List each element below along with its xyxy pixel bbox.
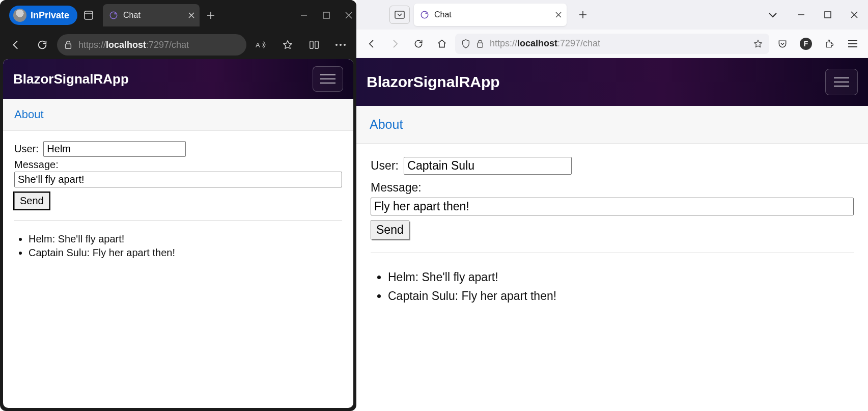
message-input[interactable] [14, 172, 342, 187]
refresh-icon [413, 39, 424, 49]
svg-point-21 [426, 13, 427, 14]
address-bar[interactable]: https://localhost:7297/chat [455, 34, 769, 54]
svg-point-16 [335, 44, 338, 46]
bookmark-button[interactable] [753, 39, 763, 49]
home-button[interactable] [432, 34, 452, 54]
refresh-button[interactable] [31, 33, 54, 57]
refresh-icon [37, 39, 48, 50]
tab-close-button[interactable] [188, 12, 194, 18]
svg-rect-12 [66, 44, 71, 48]
refresh-button[interactable] [408, 34, 429, 54]
settings-menu-button[interactable] [329, 33, 352, 57]
pocket-icon [777, 39, 788, 49]
user-input[interactable] [404, 157, 572, 175]
app-viewport-right: BlazorSignalRApp About User: Message: Se… [356, 58, 868, 411]
profile-button[interactable]: F [796, 34, 816, 54]
star-icon [753, 39, 763, 49]
blazor-icon [420, 10, 429, 19]
hamburger-icon [834, 77, 849, 78]
lock-icon [64, 40, 72, 49]
message-row: Message: [14, 159, 342, 187]
minimize-button[interactable] [798, 11, 805, 18]
message-label: Message: [14, 159, 340, 171]
new-tab-button[interactable] [572, 4, 594, 26]
close-window-button[interactable] [851, 11, 858, 18]
message-item: Captain Sulu: Fly her apart then! [29, 247, 342, 259]
maximize-button[interactable] [323, 12, 330, 19]
inprivate-label: InPrivate [31, 10, 69, 21]
close-icon [188, 12, 194, 18]
ff-toolbar-icons: F [772, 34, 863, 54]
send-button[interactable]: Send [371, 221, 409, 239]
svg-text:A: A [256, 41, 260, 49]
firefox-window: Chat [356, 0, 868, 411]
window-controls [798, 11, 858, 18]
app-menu-button[interactable] [843, 34, 863, 54]
tab-title: Chat [434, 10, 452, 19]
recent-browsing-button[interactable] [389, 6, 410, 24]
home-icon [437, 39, 447, 49]
forward-button[interactable] [385, 34, 405, 54]
app-title: BlazorSignalRApp [367, 73, 500, 91]
window-controls [300, 12, 352, 19]
minimize-button[interactable] [300, 12, 307, 19]
tab-actions-button[interactable] [77, 4, 100, 26]
tab-close-button[interactable] [555, 12, 562, 18]
tab-actions-icon [83, 10, 94, 20]
user-row: User: [14, 141, 342, 157]
edge-nav-toolbar: https://localhost:7297/chat A [0, 31, 356, 59]
plus-icon [579, 11, 587, 19]
read-aloud-icon: A [256, 39, 267, 50]
user-row: User: [371, 157, 854, 175]
nav-toggle-button[interactable] [825, 69, 858, 95]
maximize-button[interactable] [824, 11, 831, 18]
send-button[interactable]: Send [14, 193, 49, 209]
user-input[interactable] [43, 141, 186, 157]
close-icon [345, 12, 352, 19]
svg-rect-27 [825, 12, 831, 18]
about-link[interactable]: About [14, 108, 44, 121]
back-arrow-icon [367, 39, 377, 49]
address-bar[interactable]: https://localhost:7297/chat [57, 34, 246, 56]
svg-point-18 [344, 44, 346, 46]
message-label: Message: [371, 181, 852, 195]
close-icon [555, 12, 562, 18]
svg-point-3 [115, 13, 116, 15]
app-title: BlazorSignalRApp [13, 71, 129, 87]
message-item: Captain Sulu: Fly her apart then! [388, 289, 854, 303]
star-icon [282, 39, 293, 50]
app-navbar: BlazorSignalRApp [3, 59, 353, 99]
close-icon [851, 11, 858, 18]
browser-tab[interactable]: Chat [414, 4, 567, 26]
edge-window: InPrivate Chat [0, 0, 356, 411]
split-screen-button[interactable] [302, 33, 326, 57]
minimize-icon [798, 11, 805, 18]
about-link[interactable]: About [370, 117, 403, 131]
pocket-button[interactable] [772, 34, 793, 54]
ff-nav-toolbar: https://localhost:7297/chat F [356, 30, 868, 58]
message-list: Helm: She'll fly apart! Captain Sulu: Fl… [14, 231, 342, 261]
extension-icon [824, 39, 834, 49]
read-aloud-button[interactable]: A [249, 33, 273, 57]
inprivate-badge[interactable]: InPrivate [9, 6, 77, 25]
minimize-icon [300, 12, 307, 19]
user-label: User: [371, 159, 399, 172]
message-item: Helm: She'll fly apart! [29, 233, 342, 245]
extensions-button[interactable] [819, 34, 839, 54]
profile-avatar-icon [13, 9, 26, 22]
maximize-icon [824, 11, 831, 18]
message-input[interactable] [371, 198, 854, 215]
new-tab-button[interactable] [200, 4, 222, 26]
close-window-button[interactable] [345, 12, 352, 19]
browser-tab[interactable]: Chat [103, 4, 200, 26]
svg-rect-0 [85, 11, 93, 19]
nav-toggle-button[interactable] [313, 66, 343, 92]
svg-rect-9 [323, 12, 329, 18]
back-button[interactable] [361, 34, 382, 54]
favorite-button[interactable] [276, 33, 299, 57]
tabs-dropdown-button[interactable] [768, 12, 777, 18]
user-label: User: [14, 143, 39, 154]
svg-point-20 [421, 11, 428, 18]
ff-tab-strip: Chat [356, 0, 868, 30]
back-button[interactable] [4, 33, 27, 57]
